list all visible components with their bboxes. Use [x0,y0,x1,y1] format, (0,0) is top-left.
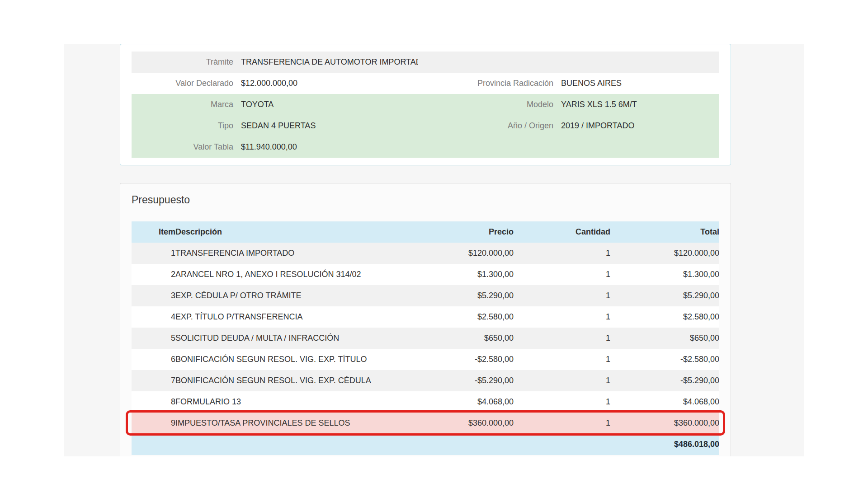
valor-declarado-label: Valor Declarado [132,73,233,94]
item-quantity: 1 [514,264,610,285]
anio-origen-label: Año / Origen [418,115,553,136]
budget-total-row: $486.018,00 [132,434,719,455]
tramite-value: TRANSFERENCIA DE AUTOMOTOR IMPORTADO [233,52,418,73]
grand-total-value: $486.018,00 [610,434,719,455]
item-quantity: 1 [514,391,610,413]
empty-cell [418,136,553,158]
item-description: TRANSFERENCIA IMPORTADO [175,243,425,264]
item-quantity: 1 [514,370,610,391]
anio-origen-value: 2019 / IMPORTADO [553,115,719,136]
item-number: 2 [132,264,175,285]
vehicle-row-marca: Marca TOYOTA Modelo YARIS XLS 1.5 6M/T [132,94,719,115]
table-row: 4 EXP. TÍTULO P/TRANSFERENCIA $2.580,00 … [132,306,719,328]
item-total: $360.000,00 [610,413,719,434]
vehicle-row-valor-declarado: Valor Declarado $12.000.000,00 Provincia… [132,73,719,94]
table-row: 2 ARANCEL NRO 1, ANEXO I RESOLUCIÓN 314/… [132,264,719,285]
vehicle-summary-card: Trámite TRANSFERENCIA DE AUTOMOTOR IMPOR… [120,44,731,165]
item-number: 5 [132,328,175,349]
vehicle-row-tramite: Trámite TRANSFERENCIA DE AUTOMOTOR IMPOR… [132,52,719,73]
item-price: $4.068,00 [425,391,514,413]
table-row-highlighted: 9 IMPUESTO/TASA PROVINCIALES DE SELLOS $… [132,413,719,434]
item-number: 1 [132,243,175,264]
item-price: $2.580,00 [425,306,514,328]
item-description: BONIFICACIÓN SEGUN RESOL. VIG. EXP. TÍTU… [175,349,425,370]
item-total: $2.580,00 [610,306,719,328]
item-price: -$2.580,00 [425,349,514,370]
item-quantity: 1 [514,413,610,434]
item-total: -$5.290,00 [610,370,719,391]
valor-tabla-value: $11.940.000,00 [233,136,418,158]
table-row: 1 TRANSFERENCIA IMPORTADO $120.000,00 1 … [132,243,719,264]
item-description: EXP. CÉDULA P/ OTRO TRÁMITE [175,285,425,306]
item-number: 9 [132,413,175,434]
item-number: 6 [132,349,175,370]
item-description: IMPUESTO/TASA PROVINCIALES DE SELLOS [175,413,425,434]
item-number: 8 [132,391,175,413]
modelo-label: Modelo [418,94,553,115]
item-quantity: 1 [514,243,610,264]
empty-cell [132,434,175,455]
budget-title: Presupuesto [132,193,719,206]
table-row: 8 FORMULARIO 13 $4.068,00 1 $4.068,00 [132,391,719,413]
item-total: -$2.580,00 [610,349,719,370]
item-price: $120.000,00 [425,243,514,264]
item-price: $650,00 [425,328,514,349]
item-number: 7 [132,370,175,391]
column-header-item: Item [132,221,175,243]
item-description: EXP. TÍTULO P/TRANSFERENCIA [175,306,425,328]
item-description: BONIFICACIÓN SEGUN RESOL. VIG. EXP. CÉDU… [175,370,425,391]
item-price: $5.290,00 [425,285,514,306]
item-number: 4 [132,306,175,328]
tipo-label: Tipo [132,115,233,136]
budget-header-row: Item Descripción Precio Cantidad Total [132,221,719,243]
empty-cell [175,434,425,455]
vehicle-row-valor-tabla: Valor Tabla $11.940.000,00 [132,136,719,158]
empty-cell [553,136,719,158]
item-total: $650,00 [610,328,719,349]
column-header-total: Total [610,221,719,243]
valor-declarado-value: $12.000.000,00 [233,73,418,94]
tramite-label: Trámite [132,52,233,73]
provincia-radicacion-label: Provincia Radicación [418,73,553,94]
page-background: Trámite TRANSFERENCIA DE AUTOMOTOR IMPOR… [64,44,804,456]
table-row: 7 BONIFICACIÓN SEGUN RESOL. VIG. EXP. CÉ… [132,370,719,391]
item-total: $120.000,00 [610,243,719,264]
item-quantity: 1 [514,328,610,349]
item-description: FORMULARIO 13 [175,391,425,413]
item-description: SOLICITUD DEUDA / MULTA / INFRACCIÓN [175,328,425,349]
empty-cell [418,52,553,73]
budget-table-wrap: Item Descripción Precio Cantidad Total 1… [132,221,719,455]
item-price: -$5.290,00 [425,370,514,391]
table-row: 6 BONIFICACIÓN SEGUN RESOL. VIG. EXP. TÍ… [132,349,719,370]
item-total: $4.068,00 [610,391,719,413]
item-total: $5.290,00 [610,285,719,306]
marca-value: TOYOTA [233,94,418,115]
empty-cell [425,434,514,455]
item-price: $1.300,00 [425,264,514,285]
item-quantity: 1 [514,306,610,328]
item-number: 3 [132,285,175,306]
item-total: $1.300,00 [610,264,719,285]
tipo-value: SEDAN 4 PUERTAS [233,115,418,136]
column-header-precio: Precio [425,221,514,243]
budget-table: Item Descripción Precio Cantidad Total 1… [132,221,719,455]
item-price: $360.000,00 [425,413,514,434]
table-row: 3 EXP. CÉDULA P/ OTRO TRÁMITE $5.290,00 … [132,285,719,306]
item-quantity: 1 [514,349,610,370]
provincia-radicacion-value: BUENOS AIRES [553,73,719,94]
empty-cell [514,434,610,455]
column-header-descripcion: Descripción [175,221,425,243]
valor-tabla-label: Valor Tabla [132,136,233,158]
budget-card: Presupuesto Item Descripción Precio Cant… [120,183,731,456]
vehicle-row-tipo: Tipo SEDAN 4 PUERTAS Año / Origen 2019 /… [132,115,719,136]
table-row: 5 SOLICITUD DEUDA / MULTA / INFRACCIÓN $… [132,328,719,349]
column-header-cantidad: Cantidad [514,221,610,243]
modelo-value: YARIS XLS 1.5 6M/T [553,94,719,115]
marca-label: Marca [132,94,233,115]
item-quantity: 1 [514,285,610,306]
item-description: ARANCEL NRO 1, ANEXO I RESOLUCIÓN 314/02 [175,264,425,285]
empty-cell [553,52,719,73]
